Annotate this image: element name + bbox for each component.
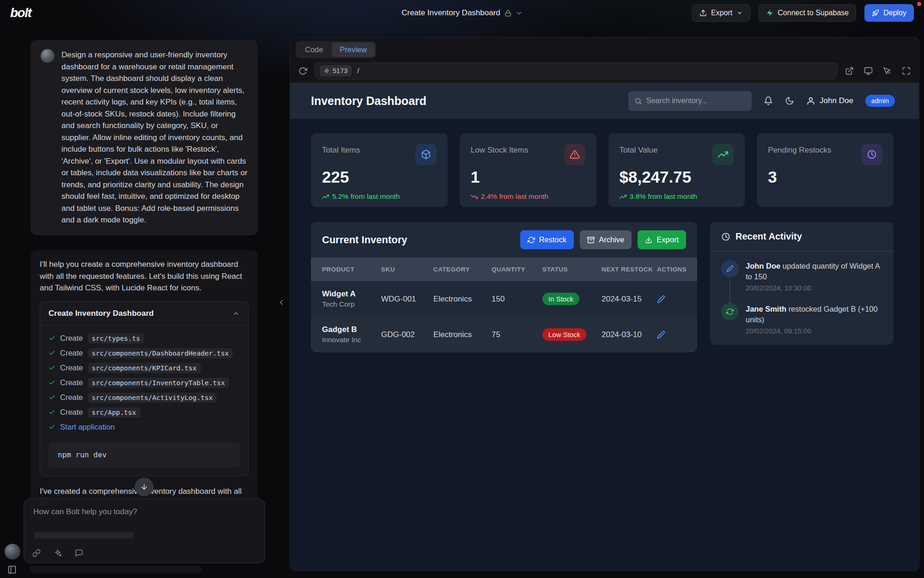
bell-icon[interactable] — [764, 96, 773, 105]
archive-icon — [587, 236, 595, 244]
step-file[interactable]: src/types.ts — [88, 333, 145, 344]
clock-icon — [861, 144, 882, 165]
browser-toolbar-icons — [845, 67, 911, 75]
inventory-search[interactable] — [628, 91, 752, 111]
step-file[interactable]: src/App.tsx — [88, 407, 140, 418]
url-bar[interactable]: 5173 / — [315, 62, 838, 80]
status-badge: In Stock — [542, 293, 579, 305]
chat-input-box — [24, 498, 265, 563]
fullscreen-icon[interactable] — [902, 67, 911, 75]
browser-toolbar: 5173 / — [290, 59, 919, 83]
start-application-step: Start application — [49, 420, 240, 435]
step-action: Create — [60, 393, 83, 402]
dashboard-header-actions: John Doe admin — [628, 91, 895, 111]
activity-time: 20/02/2024, 09:15:00 — [746, 327, 882, 335]
bulk-actions: Restock Archive Export — [520, 230, 686, 249]
app-preview: Inventory Dashboard John Doe admin — [290, 83, 919, 571]
export-csv-button[interactable]: Export — [638, 230, 686, 249]
edit-row-icon[interactable] — [657, 295, 665, 303]
artifact-step: Create src/types.ts — [49, 331, 240, 346]
kpi-label: Low Stock Items — [471, 144, 529, 155]
chat-input[interactable] — [24, 499, 265, 525]
workbench-tabs: Code Preview — [290, 37, 919, 59]
check-icon — [49, 409, 55, 416]
cell-quantity[interactable]: 75 — [492, 330, 542, 339]
dashboard-title: Inventory Dashboard — [311, 94, 426, 108]
search-icon — [634, 97, 642, 105]
step-file[interactable]: src/components/KPICard.tsx — [88, 363, 201, 373]
sparkles-icon[interactable] — [54, 549, 62, 557]
column-category: Category — [433, 265, 492, 273]
kpi-label: Total Value — [620, 144, 658, 155]
reload-icon[interactable] — [298, 67, 307, 75]
kpi-row: Total Items 225 5.2% from last month Low… — [311, 133, 894, 207]
artifact-header[interactable]: Create Inventory Dashboard — [40, 302, 248, 326]
check-icon — [49, 350, 55, 357]
cell-restock-date: 2024-03-10 — [602, 330, 657, 339]
dark-mode-toggle-icon[interactable] — [785, 96, 794, 105]
connect-supabase-button[interactable]: Connect to Supabase — [759, 4, 856, 22]
column-status: Status — [542, 265, 602, 273]
chevron-up-icon[interactable] — [232, 310, 240, 317]
kpi-value: $8,247.75 — [620, 168, 734, 186]
restock-button[interactable]: Restock — [520, 230, 574, 249]
column-sku: SKU — [381, 265, 433, 273]
project-title-menu[interactable]: Create Inventory Dashboard — [401, 0, 523, 26]
step-file[interactable]: src/components/InventoryTable.tsx — [88, 378, 229, 388]
step-action: Create — [60, 408, 83, 417]
devices-icon[interactable] — [864, 67, 873, 75]
collapse-chat-button[interactable] — [275, 295, 287, 310]
artifact-title: Create Inventory Dashboard — [49, 309, 154, 318]
deploy-button[interactable]: Deploy — [864, 4, 914, 22]
supabase-bolt-icon — [766, 9, 773, 17]
download-icon — [645, 236, 652, 244]
chat-panel: Design a responsive and user-friendly in… — [0, 26, 289, 578]
step-file[interactable]: src/components/ActivityLog.tsx — [88, 393, 217, 403]
sidebar-toggle-icon[interactable] — [7, 565, 17, 574]
deploy-label: Deploy — [883, 9, 906, 17]
activity-user: Jane Smith — [746, 305, 786, 313]
top-bar-actions: Export Connect to Supabase Deploy — [692, 4, 914, 22]
account-avatar[interactable] — [5, 544, 20, 560]
start-application-link[interactable]: Start application — [60, 423, 115, 431]
user-name: John Doe — [820, 96, 853, 105]
kpi-label: Pending Restocks — [768, 144, 831, 155]
recent-activity-card: Recent Activity John Doe updated quantit… — [710, 222, 894, 345]
cell-quantity[interactable]: 150 — [492, 295, 542, 304]
bolt-logo: bolt — [10, 6, 31, 20]
port-bolt-icon — [324, 68, 329, 74]
link-icon[interactable] — [32, 549, 41, 557]
scroll-to-bottom-button[interactable] — [135, 478, 153, 496]
open-external-icon[interactable] — [845, 67, 854, 75]
refresh-icon — [528, 236, 535, 244]
table-row[interactable]: Widget A Tech Corp WDG-001 Electronics 1… — [311, 281, 697, 317]
user-chip[interactable]: John Doe — [806, 96, 853, 105]
search-input[interactable] — [646, 97, 746, 105]
cell-restock-date: 2024-03-15 — [602, 295, 657, 304]
product-supplier: Tech Corp — [322, 300, 381, 308]
step-action: Create — [60, 363, 83, 372]
table-row[interactable]: Gadget B Innovate Inc GDG-002 Electronic… — [311, 317, 697, 352]
archive-button[interactable]: Archive — [580, 230, 632, 249]
chat-bubble-icon[interactable] — [75, 549, 83, 557]
artifact-step: Create src/components/ActivityLog.tsx — [49, 390, 240, 405]
clock-icon — [721, 232, 730, 241]
port-badge: 5173 — [320, 65, 352, 76]
kpi-low-stock: Low Stock Items 1 2.4% from last month — [460, 133, 596, 207]
step-file[interactable]: src/components/DashboardHeader.tsx — [88, 348, 233, 358]
tab-preview[interactable]: Preview — [332, 43, 375, 57]
edit-activity-icon — [721, 260, 739, 277]
ghost-suggestion-line — [34, 532, 134, 538]
inspector-icon[interactable] — [883, 67, 892, 75]
trend-up-icon — [322, 193, 329, 200]
column-next-restock: Next Restock — [602, 265, 657, 273]
trend-up-icon — [620, 193, 626, 200]
export-button[interactable]: Export — [692, 4, 750, 22]
tab-code[interactable]: Code — [297, 43, 331, 57]
edit-row-icon[interactable] — [657, 331, 665, 339]
user-icon — [806, 96, 815, 105]
product-supplier: Innovate Inc — [322, 336, 381, 344]
check-icon — [49, 424, 55, 430]
kpi-value: 3 — [768, 168, 882, 186]
cell-sku: GDG-002 — [381, 330, 433, 339]
